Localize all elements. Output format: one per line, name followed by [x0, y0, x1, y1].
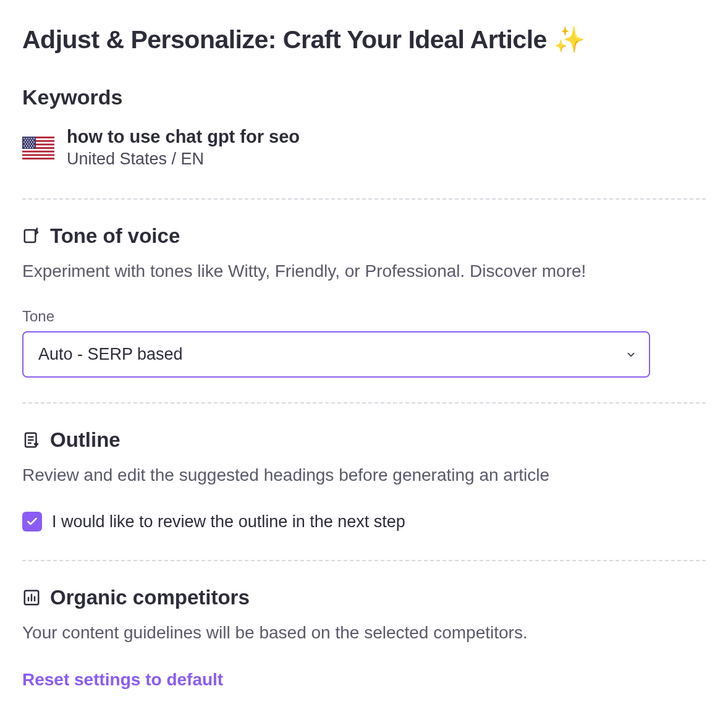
competitors-icon: [22, 588, 41, 607]
svg-point-29: [31, 145, 32, 146]
svg-point-19: [28, 142, 30, 143]
svg-point-10: [28, 138, 30, 139]
svg-point-18: [26, 142, 27, 143]
svg-point-27: [26, 145, 27, 146]
svg-point-21: [33, 142, 35, 143]
svg-point-17: [23, 142, 25, 143]
us-flag-icon: [22, 137, 54, 159]
svg-point-30: [33, 145, 35, 146]
svg-point-22: [25, 143, 26, 145]
tone-field-label: Tone: [22, 308, 706, 325]
tone-description: Experiment with tones like Witty, Friend…: [22, 259, 706, 283]
svg-point-12: [33, 138, 35, 139]
svg-point-16: [32, 140, 33, 141]
svg-point-15: [30, 140, 31, 141]
keyword-locale: United States / EN: [67, 150, 300, 169]
divider: [22, 198, 706, 200]
svg-rect-5: [22, 152, 54, 154]
review-outline-label: I would like to review the outline in th…: [52, 512, 405, 531]
tone-icon: [22, 227, 41, 245]
svg-point-31: [25, 147, 26, 148]
svg-rect-6: [22, 156, 54, 158]
keywords-heading: Keywords: [22, 85, 706, 109]
outline-heading: Outline: [50, 428, 121, 452]
svg-point-28: [28, 145, 30, 146]
svg-point-20: [31, 142, 32, 143]
divider: [22, 402, 706, 404]
svg-point-24: [30, 143, 31, 145]
competitors-heading: Organic competitors: [50, 586, 250, 609]
svg-point-34: [32, 147, 33, 148]
svg-point-11: [31, 138, 32, 139]
review-outline-checkbox[interactable]: [22, 512, 42, 531]
svg-point-13: [25, 140, 26, 141]
review-outline-checkbox-row[interactable]: I would like to review the outline in th…: [22, 512, 706, 531]
svg-point-9: [26, 138, 27, 139]
tone-select[interactable]: Auto - SERP based: [22, 331, 650, 378]
outline-icon: [22, 431, 41, 449]
svg-point-32: [27, 147, 28, 148]
competitors-description: Your content guidelines will be based on…: [22, 620, 706, 645]
svg-rect-4: [22, 148, 54, 150]
svg-rect-35: [25, 230, 36, 242]
svg-point-33: [30, 147, 31, 148]
reset-settings-link[interactable]: Reset settings to default: [22, 670, 223, 690]
svg-point-8: [23, 138, 25, 139]
svg-point-26: [23, 145, 25, 146]
divider: [22, 560, 706, 561]
page-title: Adjust & Personalize: Craft Your Ideal A…: [22, 25, 706, 54]
svg-point-25: [32, 143, 33, 145]
svg-point-14: [27, 140, 28, 141]
tone-heading: Tone of voice: [50, 224, 180, 248]
svg-point-23: [27, 143, 28, 145]
keyword-row: how to use chat gpt for seo United State…: [22, 127, 706, 169]
keyword-query: how to use chat gpt for seo: [67, 127, 300, 147]
outline-description: Review and edit the suggested headings b…: [22, 463, 706, 487]
